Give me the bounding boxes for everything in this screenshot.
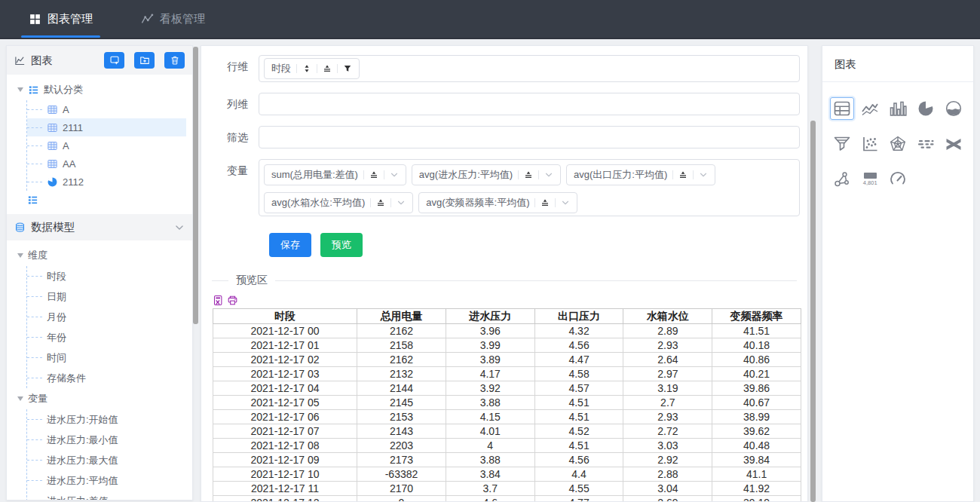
table-cell: 40.67 [712, 396, 801, 410]
data-model-header[interactable]: 数据模型 [7, 214, 192, 240]
table-cell: 2.7 [623, 396, 712, 410]
table-cell: 2143 [357, 424, 446, 439]
add-folder-button[interactable] [134, 52, 155, 69]
table-cell: 2.72 [623, 424, 712, 439]
tree-connector [27, 357, 42, 358]
table-cell: 2021-12-17 12 [213, 496, 357, 502]
chart-type-line[interactable] [858, 97, 882, 120]
row-dim-input[interactable]: 时段 [259, 55, 800, 82]
rank-icon[interactable] [541, 198, 550, 207]
rank-icon[interactable] [678, 170, 688, 179]
tree-item-variable[interactable]: 进水压力:开始值 [27, 409, 186, 430]
tree-empty-category[interactable] [17, 191, 186, 210]
variable-chip[interactable]: avg(出口压力:平均值) [566, 164, 715, 185]
variable-chip[interactable]: avg(变频器频率:平均值) [418, 192, 577, 213]
charts-section-header: 图表 [7, 46, 192, 75]
filter-input[interactable] [259, 126, 800, 148]
tree-group-variables[interactable]: 变量 [17, 388, 186, 409]
tree-item-dimension[interactable]: 年份 [27, 327, 186, 347]
chart-type-bar[interactable] [886, 97, 910, 120]
tree-item-variable[interactable]: 进水压力:最大值 [27, 450, 186, 470]
variable-chip[interactable]: avg(水箱水位:平均值) [264, 192, 413, 213]
chart-type-table[interactable] [830, 97, 854, 120]
rank-icon[interactable] [524, 170, 533, 179]
chart-type-funnel[interactable] [830, 133, 854, 155]
table-cell: 4.55 [534, 482, 623, 496]
tree-item-label: 2111 [63, 122, 83, 133]
table-icon [47, 122, 58, 133]
table-cell: 38.99 [712, 410, 801, 424]
tree-item-variable[interactable]: 进水压力:差值 [27, 491, 186, 500]
tree-item-variable[interactable]: 进水压力:最小值 [27, 430, 186, 450]
tree-item-dimension[interactable]: 存储条件 [27, 368, 186, 388]
chevron-down-icon[interactable] [397, 198, 406, 207]
table-cell: 39.84 [712, 453, 801, 467]
table-cell: 2.93 [623, 410, 712, 424]
preview-section-divider: 预览区 [212, 274, 797, 287]
caret-down-icon[interactable] [17, 253, 23, 258]
tree-item-label: 存储条件 [47, 372, 86, 385]
chart-type-scatter[interactable] [858, 133, 882, 155]
row-dim-chip[interactable]: 时段 [264, 58, 360, 79]
tree-item-chart[interactable]: 2112 [27, 173, 186, 191]
preview-button[interactable]: 预览 [320, 233, 363, 257]
tree-item-variable[interactable]: 进水压力:平均值 [27, 470, 186, 491]
rank-icon[interactable] [369, 170, 378, 179]
rank-icon[interactable] [323, 64, 332, 73]
tree-item-dimension[interactable]: 时段 [27, 266, 186, 286]
print-icon[interactable] [227, 295, 238, 306]
chart-type-card[interactable]: 4,801 [858, 168, 882, 191]
tree-item-chart-selected[interactable]: 2111 [27, 118, 186, 136]
tab-chart-management[interactable]: 图表管理 [20, 0, 102, 38]
filter-funnel-icon[interactable] [343, 64, 352, 73]
variable-chip[interactable]: sum(总用电量:差值) [264, 164, 406, 185]
chevron-down-icon[interactable] [544, 170, 553, 179]
caret-down-icon[interactable] [17, 396, 23, 401]
chart-type-radar[interactable] [886, 133, 910, 155]
funnel-chart-icon [833, 135, 851, 153]
chart-type-parallel[interactable] [914, 133, 938, 155]
tree-item-dimension[interactable]: 日期 [27, 286, 186, 307]
tree-item-chart[interactable]: A [27, 136, 186, 155]
excel-export-icon[interactable] [213, 295, 224, 306]
card-chart-icon [864, 173, 877, 179]
variables-input[interactable]: sum(总用电量:差值) avg(进水压力:平均值) [259, 159, 800, 216]
sidebar-scrollbar[interactable] [193, 47, 198, 324]
sort-icon[interactable] [302, 64, 311, 73]
chevron-down-icon[interactable] [699, 170, 708, 179]
chart-type-pie[interactable] [914, 97, 938, 120]
table-cell: 2021-12-17 01 [213, 338, 357, 353]
chart-type-gauge[interactable] [886, 168, 910, 191]
chart-type-grid: 4,801 [822, 82, 973, 206]
tree-group-dimensions[interactable]: 维度 [17, 245, 186, 266]
table-cell: 4.57 [534, 381, 623, 396]
tree-connector [27, 296, 42, 297]
table-cell: 2153 [357, 410, 446, 424]
delete-button[interactable] [164, 52, 185, 69]
chart-type-sankey[interactable] [942, 133, 966, 155]
tree-connector [27, 439, 42, 440]
tab-dashboard-management[interactable]: 看板管理 [132, 0, 214, 38]
chevron-down-icon[interactable] [390, 170, 399, 179]
chart-type-graph[interactable] [830, 168, 854, 191]
tree-connector [27, 276, 42, 277]
tree-category-default[interactable]: 默认分类 [17, 79, 186, 100]
table-cell: -63382 [357, 467, 446, 482]
main-scrollbar[interactable] [810, 121, 816, 502]
col-dim-input[interactable] [259, 93, 800, 115]
chart-type-liquid[interactable] [942, 97, 966, 120]
caret-down-icon[interactable] [17, 87, 23, 92]
tree-item-chart[interactable]: AA [27, 155, 186, 173]
add-chart-button[interactable] [104, 52, 124, 69]
chevron-down-icon[interactable] [561, 198, 570, 207]
tree-item-dimension[interactable]: 时间 [27, 347, 186, 368]
tree-item-chart[interactable]: A [27, 100, 186, 118]
variable-chip[interactable]: avg(进水压力:平均值) [412, 164, 561, 185]
chevron-down-icon[interactable] [174, 222, 185, 233]
save-button[interactable]: 保存 [269, 233, 311, 257]
rank-icon[interactable] [376, 198, 385, 207]
table-cell: 3.99 [446, 338, 534, 353]
tree-item-label: A [63, 140, 69, 152]
table-cell: 39.19 [712, 496, 801, 502]
tree-item-dimension[interactable]: 月份 [27, 307, 186, 327]
